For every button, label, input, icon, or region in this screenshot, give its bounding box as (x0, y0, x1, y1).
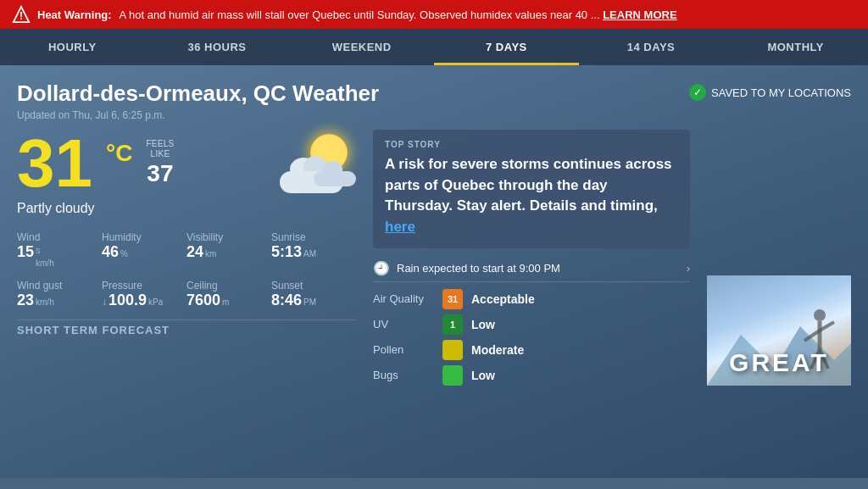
wind-gust-value: 23 km/h (17, 292, 102, 309)
sunset-unit: PM (303, 297, 316, 307)
warning-label: Heat Warning: (37, 8, 112, 21)
weather-icon (280, 134, 356, 193)
svg-point-4 (814, 309, 826, 321)
wind-gust-label: Wind gust (17, 280, 102, 292)
feels-like-value: 37 (147, 159, 174, 188)
wind-gust-unit: km/h (36, 297, 54, 307)
svg-line-7 (820, 322, 834, 331)
sunset-stat: Sunset 8:46 PM (271, 276, 356, 313)
heat-warning-banner: ! Heat Warning: A hot and humid air mass… (0, 0, 868, 29)
current-temperature: 31 (17, 130, 92, 197)
tab-14days[interactable]: 14 DAYS (579, 29, 724, 65)
bugs-status: Low (471, 369, 495, 382)
location-title: Dollard-des-Ormeaux, QC Weather (17, 81, 379, 107)
pollen-row: Pollen Moderate (373, 340, 690, 360)
visibility-value: 24 km (186, 243, 271, 261)
chevron-right-icon: › (687, 262, 690, 275)
rain-alert-text: Rain expected to start at 9:00 PM (397, 262, 560, 275)
sunset-value: 8:46 PM (271, 292, 356, 309)
pollen-label: Pollen (373, 343, 434, 356)
wind-gust-stat: Wind gust 23 km/h (17, 276, 102, 313)
uv-label: UV (373, 318, 434, 331)
saved-label: SAVED TO MY LOCATIONS (711, 86, 851, 99)
location-info: Dollard-des-Ormeaux, QC Weather Updated … (17, 81, 379, 121)
temperature-unit: °C (106, 140, 132, 167)
air-quality-status: Acceptable (471, 292, 535, 306)
weather-main-row: 31 °C FEELS LIKE 37 (17, 130, 851, 386)
saved-check-icon: ✓ (689, 84, 706, 101)
short-term-forecast-label: SHORT TERM FORECAST (17, 320, 356, 336)
main-content: Dollard-des-Ormeaux, QC Weather Updated … (0, 65, 868, 478)
sunrise-value: 5:13 AM (271, 243, 356, 261)
condition-rows: Air Quality 31 Acceptable UV 1 Low Polle… (373, 289, 690, 386)
pollen-status: Moderate (471, 343, 524, 357)
ceiling-label: Ceiling (186, 280, 271, 292)
ceiling-value: 7600 m (186, 292, 271, 309)
rain-clock-icon: 🕘 (373, 260, 390, 276)
air-quality-badge: 31 (442, 289, 463, 309)
pressure-arrow: ↓ (102, 296, 107, 308)
cloud2-icon (314, 169, 356, 186)
visibility-label: Visibility (186, 231, 271, 243)
visibility-stat: Visibility 24 km (186, 228, 271, 271)
feels-like-section: FEELS LIKE 37 (146, 139, 174, 188)
top-story-label: TOP STORY (385, 140, 678, 149)
right-panel: TOP STORY A risk for severe storms conti… (373, 130, 690, 386)
left-panel: 31 °C FEELS LIKE 37 (17, 130, 356, 386)
partly-cloudy-icon (280, 134, 356, 193)
condition-label: Partly cloudy (17, 201, 356, 216)
wind-unit: Skm/h (36, 247, 54, 268)
stats-grid: Wind 15 Skm/h Humidity 46 % Visibi (17, 228, 356, 313)
top-story-link[interactable]: here (385, 219, 415, 235)
warning-text: A hot and humid air mass will stall over… (120, 8, 600, 21)
navigation-tabs: HOURLY 36 HOURS WEEKEND 7 DAYS 14 DAYS M… (0, 29, 868, 65)
air-quality-label: Air Quality (373, 292, 434, 305)
sunrise-unit: AM (303, 249, 316, 258)
svg-text:!: ! (19, 10, 23, 22)
pressure-value: ↓ 100.9 kPa (102, 292, 186, 309)
bugs-row: Bugs Low (373, 365, 690, 386)
top-story-box: TOP STORY A risk for severe storms conti… (373, 130, 690, 248)
sunrise-stat: Sunrise 5:13 AM (271, 228, 356, 271)
tab-monthly[interactable]: MONTHLY (723, 29, 868, 65)
tab-weekend[interactable]: WEEKEND (289, 29, 434, 65)
saved-to-locations-button[interactable]: ✓ SAVED TO MY LOCATIONS (689, 81, 851, 101)
pollen-badge (442, 340, 463, 360)
tab-7days[interactable]: 7 DAYS (434, 29, 579, 65)
tab-36hours[interactable]: 36 HOURS (145, 29, 290, 65)
pressure-unit: kPa (148, 297, 163, 307)
pressure-label: Pressure (102, 280, 186, 292)
learn-more-link[interactable]: LEARN MORE (603, 8, 676, 21)
top-story-text: A risk for severe storms continues acros… (385, 154, 678, 238)
wind-value: 15 Skm/h (17, 243, 102, 268)
air-quality-row: Air Quality 31 Acceptable (373, 289, 690, 309)
bugs-label: Bugs (373, 369, 434, 381)
humidity-label: Humidity (102, 231, 186, 243)
wind-label: Wind (17, 231, 102, 243)
uv-status: Low (471, 318, 495, 331)
ceiling-stat: Ceiling 7600 m (186, 276, 271, 313)
sunrise-label: Sunrise (271, 231, 356, 243)
feels-like-label: FEELS (146, 139, 174, 149)
tab-hourly[interactable]: HOURLY (0, 29, 145, 65)
location-updated: Updated on Thu, Jul 6, 6:25 p.m. (17, 109, 379, 121)
visibility-unit: km (205, 249, 216, 258)
temperature-section: 31 °C FEELS LIKE 37 (17, 130, 356, 197)
video-thumb-text: GREAT (729, 348, 829, 386)
warning-triangle-icon: ! (12, 5, 31, 24)
uv-row: UV 1 Low (373, 314, 690, 335)
wind-stat: Wind 15 Skm/h (17, 228, 102, 271)
video-thumbnail[interactable]: GREAT (707, 275, 851, 386)
video-thumb-image: GREAT (707, 275, 851, 386)
svg-line-6 (804, 331, 820, 341)
uv-badge: 1 (442, 314, 463, 335)
rain-alert[interactable]: 🕘 Rain expected to start at 9:00 PM › (373, 255, 690, 282)
location-header: Dollard-des-Ormeaux, QC Weather Updated … (17, 81, 851, 121)
humidity-unit: % (120, 249, 128, 258)
bugs-badge (442, 365, 463, 386)
sunset-label: Sunset (271, 280, 356, 292)
humidity-value: 46 % (102, 243, 186, 261)
pressure-stat: Pressure ↓ 100.9 kPa (102, 276, 186, 313)
ceiling-unit: m (222, 297, 229, 307)
feels-like-sublabel: LIKE (151, 149, 170, 159)
